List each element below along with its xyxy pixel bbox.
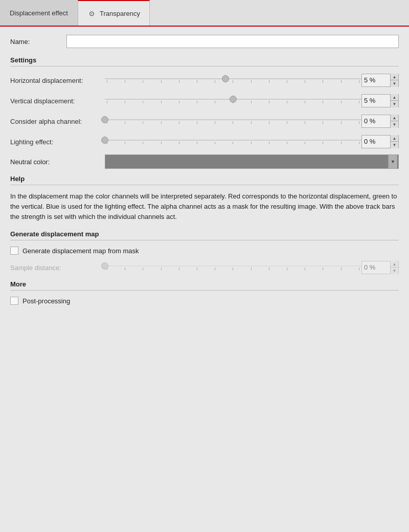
tick (215, 121, 215, 124)
horizontal-displacement-row: Horizontal displacement: (10, 73, 399, 88)
tick (251, 80, 252, 83)
horizontal-label: Horizontal displacement: (10, 77, 105, 84)
horizontal-slider-track[interactable] (105, 78, 361, 79)
tick (341, 121, 342, 124)
tick (269, 268, 269, 270)
tick (161, 121, 162, 124)
tick (179, 268, 179, 270)
tick (125, 268, 125, 270)
tick (179, 80, 179, 83)
tick (143, 101, 143, 103)
tick (125, 142, 125, 144)
sample-distance-spinner: 0 % ▲ ▼ (361, 261, 399, 274)
more-header: More (10, 280, 399, 288)
neutral-color-picker[interactable]: ▼ (105, 154, 399, 169)
horizontal-value: 5 % (362, 74, 390, 87)
horizontal-spinner: 5 % ▲ ▼ (361, 74, 399, 87)
lighting-value: 0 % (362, 135, 390, 148)
lighting-spinner: 0 % ▲ ▼ (361, 135, 399, 148)
sample-distance-arrows: ▲ ▼ (390, 261, 398, 274)
alpha-slider-track[interactable] (105, 119, 361, 120)
tick (287, 121, 287, 124)
name-input[interactable] (66, 35, 399, 48)
tick (161, 101, 162, 103)
alpha-up-arrow[interactable]: ▲ (390, 115, 398, 121)
more-divider (10, 290, 399, 291)
help-divider (10, 185, 399, 185)
tick (269, 80, 269, 83)
tick (251, 142, 252, 144)
postprocessing-checkbox-row: Post-processing (10, 297, 399, 305)
tick (161, 142, 162, 144)
generate-checkbox-row: Generate displacement map from mask (10, 247, 399, 255)
vertical-slider-thumb[interactable] (230, 96, 237, 103)
tick (251, 268, 252, 270)
tick (305, 80, 305, 83)
alpha-down-arrow[interactable]: ▼ (390, 121, 398, 128)
vertical-down-arrow[interactable]: ▼ (390, 101, 398, 107)
tick (341, 80, 342, 83)
tick (305, 268, 305, 270)
tab-transparency[interactable]: ⊙ Transparency (78, 0, 150, 26)
alpha-slider-thumb[interactable] (101, 116, 108, 123)
alpha-channel-row: Consider alpha channel: (10, 114, 399, 129)
lighting-slider-thumb[interactable] (101, 137, 108, 144)
tick (143, 142, 143, 144)
main-content: Name: Settings Horizontal displacement: (0, 27, 409, 318)
tick (269, 142, 269, 144)
alpha-value: 0 % (362, 115, 390, 128)
vertical-slider-track[interactable] (105, 99, 361, 100)
sample-distance-slider-ticks (105, 268, 361, 270)
tick (107, 101, 107, 103)
generate-checkbox[interactable] (10, 247, 18, 255)
tick (305, 121, 305, 124)
lighting-label: Lighting effect: (10, 138, 105, 146)
vertical-label: Vertical displacement: (10, 97, 105, 105)
horizontal-slider-thumb[interactable] (222, 75, 229, 82)
lighting-down-arrow[interactable]: ▼ (390, 142, 398, 148)
vertical-up-arrow[interactable]: ▲ (390, 94, 398, 101)
tick (359, 268, 359, 270)
alpha-arrows: ▲ ▼ (390, 115, 398, 128)
lighting-slider-container (105, 134, 361, 149)
lighting-up-arrow[interactable]: ▲ (390, 135, 398, 142)
neutral-color-row: Neutral color: ▼ (10, 154, 399, 169)
postprocessing-checkbox-label: Post-processing (22, 297, 70, 305)
tick (233, 121, 233, 124)
tick (305, 142, 305, 144)
horizontal-up-arrow[interactable]: ▲ (390, 74, 398, 80)
tick (233, 268, 233, 270)
vertical-value: 5 % (362, 94, 390, 107)
tick (233, 142, 233, 144)
tick (179, 101, 179, 103)
tab-displacement[interactable]: Displacement effect (0, 0, 78, 26)
tick (197, 268, 197, 270)
transparency-icon: ⊙ (87, 9, 97, 18)
sample-distance-down-arrow: ▼ (390, 268, 398, 274)
tick (251, 101, 252, 103)
tick (215, 142, 215, 144)
tick (143, 80, 143, 83)
tick (359, 142, 359, 144)
neutral-color-dropdown-arrow[interactable]: ▼ (388, 155, 397, 168)
sample-distance-slider-thumb (101, 262, 108, 270)
tick (269, 101, 269, 103)
tick (215, 80, 215, 83)
tick (143, 121, 143, 124)
tick (287, 268, 287, 270)
generate-header: Generate displacement map (10, 230, 399, 238)
tick (179, 121, 179, 124)
tab-displacement-label: Displacement effect (10, 9, 68, 17)
tab-transparency-label: Transparency (100, 10, 140, 17)
lighting-slider-track[interactable] (105, 140, 361, 141)
horizontal-down-arrow[interactable]: ▼ (390, 80, 398, 87)
tick (323, 142, 323, 144)
tab-bar: Displacement effect ⊙ Transparency (0, 0, 409, 27)
lighting-arrows: ▲ ▼ (390, 135, 398, 148)
alpha-slider-container (105, 114, 361, 129)
tick (341, 268, 342, 270)
postprocessing-checkbox[interactable] (10, 297, 18, 305)
lighting-slider-ticks (105, 142, 361, 144)
tick (323, 80, 323, 83)
name-label: Name: (10, 38, 66, 46)
